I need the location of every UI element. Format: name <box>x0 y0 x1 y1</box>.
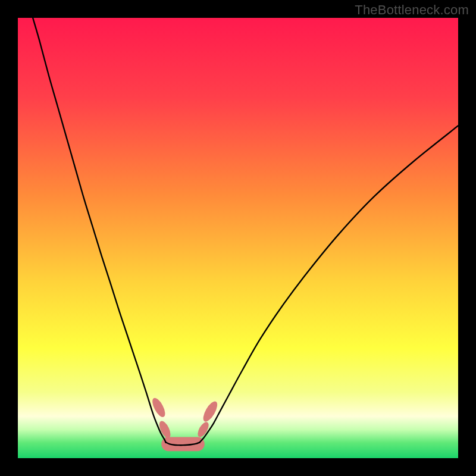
bottleneck-curve <box>33 18 458 445</box>
watermark-text: TheBottleneck.com <box>355 2 469 18</box>
plot-area <box>18 18 458 458</box>
left-blob-upper <box>150 396 168 419</box>
chart-frame: TheBottleneck.com <box>0 0 476 476</box>
right-blob-lower <box>196 420 211 439</box>
svg-point-3 <box>201 399 220 424</box>
curve-layer <box>18 18 458 458</box>
svg-point-1 <box>150 396 168 419</box>
right-blob-upper <box>201 399 220 424</box>
marker-group <box>150 396 220 451</box>
svg-point-4 <box>196 420 211 439</box>
line-group <box>33 18 458 445</box>
